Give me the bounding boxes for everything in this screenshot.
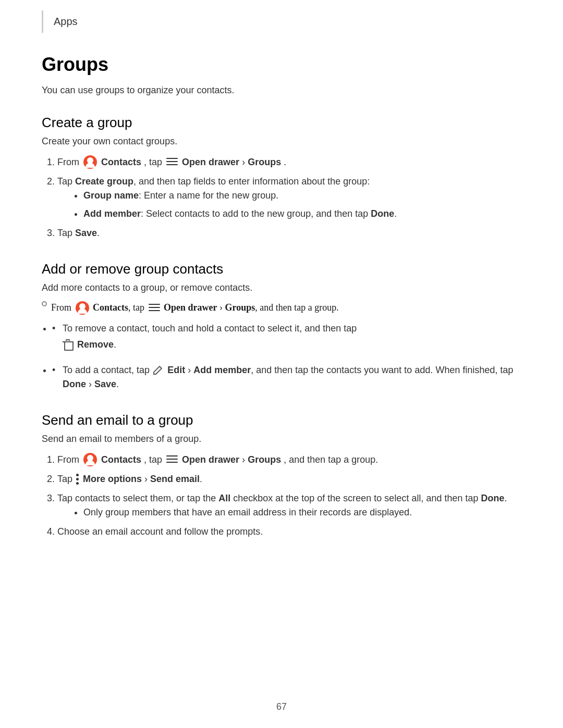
section-title-create: Create a group bbox=[42, 115, 521, 131]
create-step-3: Tap Save. bbox=[57, 226, 521, 240]
contacts-icon-2 bbox=[76, 301, 89, 315]
section-desc-send-email: Send an email to members of a group. bbox=[42, 434, 521, 445]
section-add-remove: Add or remove group contacts Add more co… bbox=[42, 261, 521, 391]
breadcrumb: Apps bbox=[42, 10, 521, 33]
contacts-icon bbox=[83, 155, 97, 169]
bullet-add-member: Add member: Select contacts to add to th… bbox=[83, 207, 521, 221]
page-footer: 67 bbox=[0, 701, 563, 712]
section-title-add-remove: Add or remove group contacts bbox=[42, 261, 521, 277]
edit-icon bbox=[153, 365, 164, 375]
bullet-add-contact: To add a contact, tap Edit › Add member,… bbox=[52, 363, 521, 391]
section-send-email: Send an email to a group Send an email t… bbox=[42, 412, 521, 539]
circle-bullet-icon bbox=[42, 301, 47, 306]
create-step-2-bullets: Group name: Enter a name for the new gro… bbox=[83, 189, 521, 221]
drawer-icon bbox=[166, 158, 178, 166]
send-step-3-bullets: Only group members that have an email ad… bbox=[83, 505, 521, 520]
contacts-icon-3 bbox=[83, 453, 97, 466]
bullet-email-records: Only group members that have an email ad… bbox=[83, 505, 521, 520]
send-step-2: Tap More options › Send email. bbox=[57, 472, 521, 486]
bullet-group-name: Group name: Enter a name for the new gro… bbox=[83, 189, 521, 203]
section-desc-create: Create your own contact groups. bbox=[42, 136, 521, 147]
more-options-icon bbox=[76, 474, 79, 484]
section-title-send-email: Send an email to a group bbox=[42, 412, 521, 428]
add-remove-bullets: To remove a contact, touch and hold a co… bbox=[52, 322, 521, 391]
send-step-1: From Contacts , tap Open drawer › Groups… bbox=[57, 453, 521, 467]
create-step-2: Tap Create group, and then tap fields to… bbox=[57, 175, 521, 221]
create-steps-list: From Contacts , tap Open drawer › Groups… bbox=[57, 155, 521, 240]
drawer-icon-3 bbox=[166, 455, 178, 464]
send-step-3: Tap contacts to select them, or tap the … bbox=[57, 491, 521, 520]
send-step-4: Choose an email account and follow the p… bbox=[57, 525, 521, 539]
page-number: 67 bbox=[276, 701, 287, 712]
drawer-icon-2 bbox=[149, 304, 160, 312]
circle-step: From Contacts, tap Open drawer › Groups,… bbox=[42, 302, 521, 315]
create-step-1: From Contacts , tap Open drawer › Groups… bbox=[57, 155, 521, 169]
breadcrumb-label: Apps bbox=[54, 16, 78, 27]
page-title: Groups bbox=[42, 54, 521, 76]
bullet-remove-contact: To remove a contact, touch and hold a co… bbox=[52, 322, 521, 355]
intro-text: You can use groups to organize your cont… bbox=[42, 85, 521, 96]
trash-icon bbox=[63, 339, 73, 351]
send-email-steps-list: From Contacts , tap Open drawer › Groups… bbox=[57, 453, 521, 539]
section-create-a-group: Create a group Create your own contact g… bbox=[42, 115, 521, 240]
section-desc-add-remove: Add more contacts to a group, or remove … bbox=[42, 282, 521, 293]
